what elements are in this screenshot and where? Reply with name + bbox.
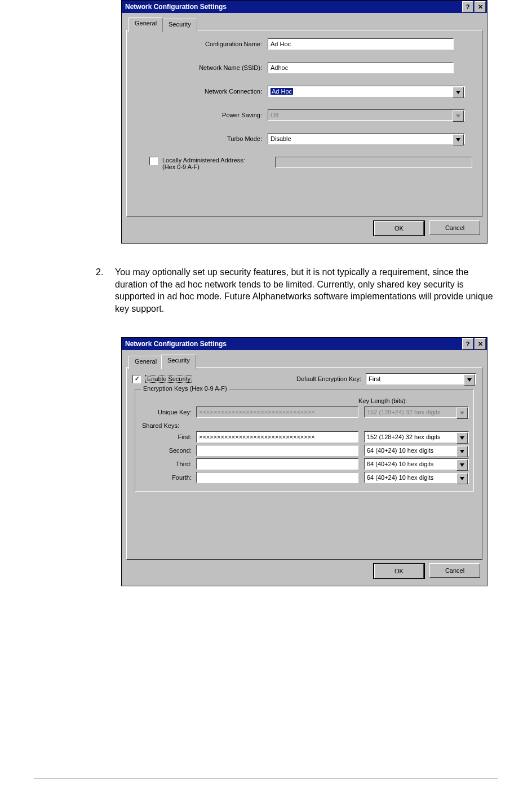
laa-input <box>275 157 472 168</box>
enable-security-label: Enable Security <box>145 375 192 383</box>
default-key-value: First <box>369 375 380 382</box>
cancel-button[interactable]: Cancel <box>429 220 480 235</box>
tab-panel-general: Configuration Name: Ad Hoc Network Name … <box>126 30 482 217</box>
shared-key-row: Third: 64 (40+24) 10 hex digits <box>140 458 469 470</box>
power-combo: Off <box>268 109 465 121</box>
connection-combo[interactable]: Ad Hoc <box>268 86 465 97</box>
instruction-paragraph: You may optionally set up security featu… <box>96 266 498 315</box>
paragraph-text: You may optionally set up security featu… <box>115 266 498 315</box>
laa-checkbox[interactable] <box>149 157 158 165</box>
window-title: Network Configuration Settings <box>125 340 461 347</box>
key-length-header: Key Length (bits): <box>358 397 469 404</box>
chevron-down-icon[interactable] <box>456 473 468 484</box>
ssid-input[interactable]: Adhoc <box>268 62 454 73</box>
enable-security-checkbox[interactable]: ✓ <box>132 375 141 383</box>
third-key-length-combo[interactable]: 64 (40+24) 10 hex digits <box>364 458 469 470</box>
tabstrip: General Security <box>126 17 482 30</box>
svg-marker-0 <box>456 91 460 94</box>
second-key-label: Second: <box>140 447 196 454</box>
turbo-combo[interactable]: Disable <box>268 133 465 144</box>
unique-key-length-combo: 152 (128+24) 32 hex digits <box>364 406 469 418</box>
cancel-button[interactable]: Cancel <box>429 563 480 578</box>
svg-marker-6 <box>460 450 464 453</box>
list-number <box>96 266 115 315</box>
chevron-down-icon <box>456 408 468 419</box>
dialog-security: Network Configuration Settings ? ✕ Gener… <box>121 337 487 586</box>
ok-button[interactable]: OK <box>373 220 425 236</box>
ssid-label: Network Name (SSID): <box>132 64 268 71</box>
turbo-label: Turbo Mode: <box>132 135 268 142</box>
help-button[interactable]: ? <box>462 1 473 12</box>
third-key-label: Third: <box>140 461 196 467</box>
encryption-keys-group: Encryption Keys (Hex 0-9 A-F) Key Length… <box>135 389 474 492</box>
svg-marker-1 <box>456 114 460 118</box>
connection-value: Ad Hoc <box>271 88 293 95</box>
first-key-label: First: <box>140 434 196 440</box>
config-name-label: Configuration Name: <box>132 41 268 47</box>
svg-marker-7 <box>460 463 464 467</box>
shared-key-row: First: ×××××××××××××××××××××××××××××××× … <box>140 431 469 443</box>
tab-general[interactable]: General <box>128 356 163 369</box>
fourth-key-length-combo[interactable]: 64 (40+24) 10 hex digits <box>364 472 469 483</box>
default-key-label: Default Encryption Key: <box>296 375 361 382</box>
page-footer-rule <box>34 779 498 779</box>
dialog-general: Network Configuration Settings ? ✕ Gener… <box>121 0 487 244</box>
shared-key-row: Second: 64 (40+24) 10 hex digits <box>140 445 469 456</box>
help-button[interactable]: ? <box>462 338 473 350</box>
svg-marker-2 <box>456 138 460 141</box>
fourth-key-input[interactable] <box>196 472 358 483</box>
svg-marker-8 <box>460 477 464 480</box>
svg-marker-3 <box>467 378 472 382</box>
ok-button[interactable]: OK <box>373 563 425 579</box>
close-button[interactable]: ✕ <box>475 338 486 350</box>
laa-label: Locally Administered Address: (Hex 0-9 A… <box>162 157 275 170</box>
chevron-down-icon[interactable] <box>453 134 464 145</box>
window-title: Network Configuration Settings <box>125 3 461 10</box>
tabstrip: General Security <box>126 355 482 367</box>
connection-label: Network Connection: <box>132 88 268 95</box>
fourth-key-label: Fourth: <box>140 474 196 481</box>
svg-marker-4 <box>460 412 464 415</box>
chevron-down-icon[interactable] <box>464 374 475 386</box>
first-key-input[interactable]: ×××××××××××××××××××××××××××××××× <box>196 431 358 443</box>
shared-keys-label: Shared Keys: <box>142 422 469 429</box>
second-key-length-combo[interactable]: 64 (40+24) 10 hex digits <box>364 445 469 456</box>
config-name-input[interactable]: Ad Hoc <box>268 38 454 50</box>
chevron-down-icon[interactable] <box>456 459 468 471</box>
svg-marker-5 <box>460 436 464 440</box>
chevron-down-icon[interactable] <box>453 87 464 98</box>
unique-key-label: Unique Key: <box>140 409 196 415</box>
chevron-down-icon[interactable] <box>456 446 468 457</box>
titlebar[interactable]: Network Configuration Settings ? ✕ <box>122 338 487 350</box>
third-key-input[interactable] <box>196 458 358 470</box>
power-label: Power Saving: <box>132 112 268 118</box>
unique-key-input: ×××××××××××××××××××××××××××××××× <box>196 406 358 418</box>
unique-key-length: 152 (128+24) 32 hex digits <box>367 409 441 415</box>
turbo-value: Disable <box>271 135 291 142</box>
titlebar[interactable]: Network Configuration Settings ? ✕ <box>122 1 487 13</box>
tab-security[interactable]: Security <box>161 355 196 369</box>
group-legend: Encryption Keys (Hex 0-9 A-F) <box>141 385 229 392</box>
first-key-length-combo[interactable]: 152 (128+24) 32 hex digits <box>364 431 469 443</box>
default-key-combo[interactable]: First <box>366 373 476 384</box>
shared-key-row: Fourth: 64 (40+24) 10 hex digits <box>140 472 469 483</box>
tab-security[interactable]: Security <box>162 19 197 32</box>
power-value: Off <box>271 112 278 118</box>
close-button[interactable]: ✕ <box>475 1 486 12</box>
chevron-down-icon <box>453 110 464 122</box>
tab-panel-security: ✓ Enable Security Default Encryption Key… <box>126 367 482 560</box>
second-key-input[interactable] <box>196 445 358 456</box>
chevron-down-icon[interactable] <box>456 432 468 444</box>
tab-general[interactable]: General <box>128 17 163 32</box>
